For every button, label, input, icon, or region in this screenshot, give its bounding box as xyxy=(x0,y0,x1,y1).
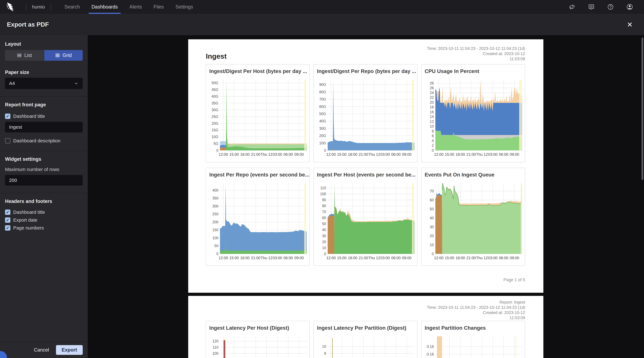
x-tick-label: 06:00 xyxy=(284,152,293,157)
chart-plot-area xyxy=(435,183,522,254)
layout-list-button[interactable]: List xyxy=(5,50,44,61)
v-gridline xyxy=(352,336,353,358)
dashboard-title-input[interactable] xyxy=(5,122,83,132)
x-tick-label: 09:00 xyxy=(294,256,304,260)
y-tick-label: 30 xyxy=(322,234,326,238)
y-tick-label: 9 xyxy=(324,351,326,355)
cancel-button[interactable]: Cancel xyxy=(34,347,49,353)
pdf-page-1: Time: 2023-10-11 11:04:23 - 2023-10-12 1… xyxy=(188,39,544,293)
chart-ingest-digest-per-repo: Ingest/Digest Per Repo (bytes per day ..… xyxy=(314,64,418,162)
time-highlight-band xyxy=(304,80,306,150)
y-tick-label: 110 xyxy=(320,186,326,190)
chart-body: 8910 xyxy=(316,336,414,358)
section-divider xyxy=(0,151,88,151)
crowdstrike-falcon-logo[interactable] xyxy=(6,2,17,12)
chart-bar xyxy=(224,340,225,358)
export-button[interactable]: Export xyxy=(56,345,83,355)
chart-x-axis: 12:0015:0018:0021:00Thu 1203:0006:0009:0… xyxy=(435,254,522,261)
y-tick-label: 80G xyxy=(319,90,326,94)
export-modal-header: Export as PDF ✕ xyxy=(0,14,644,35)
nav-tab-settings[interactable]: Settings xyxy=(176,0,193,14)
x-tick-label: 03:00 xyxy=(380,152,390,157)
y-tick-label: 150 xyxy=(212,228,218,232)
paper-size-select[interactable]: A4 xyxy=(5,78,83,89)
user-avatar-icon[interactable] xyxy=(626,3,633,11)
y-tick-label: 0 xyxy=(216,148,218,153)
x-tick-label: Thu 12 xyxy=(261,152,272,157)
modal-title: Export as PDF xyxy=(7,21,49,28)
chart-y-axis: 010203040506070 xyxy=(423,183,435,254)
chart-title: Ingest Partition Changes xyxy=(422,321,525,331)
checkbox-checked-icon[interactable]: ✓ xyxy=(5,209,10,215)
chart-body: 0246810121416182022242628 xyxy=(423,80,522,150)
y-tick-label: 90G xyxy=(319,83,326,87)
chart-y-axis: 050100150200250300350400 xyxy=(208,183,220,254)
chart-title: CPU Usage In Percent xyxy=(422,65,525,74)
chart-plot-area xyxy=(435,80,522,150)
time-highlight-band xyxy=(521,183,522,254)
report-title: Ingest xyxy=(206,52,227,60)
y-tick-label: 40 xyxy=(322,228,326,232)
y-tick-label: 30G xyxy=(319,126,326,131)
chart-body: 0102030405060708090100110 xyxy=(316,183,414,254)
preview-scrollbar-thumb[interactable] xyxy=(642,38,643,180)
x-tick-label: 15:00 xyxy=(445,256,454,260)
y-tick-label: 40G xyxy=(212,94,218,99)
y-tick-label: 18 xyxy=(430,105,434,109)
chart-y-axis: 010G20G30G40G50G60G70G80G90G xyxy=(316,80,328,150)
help-icon[interactable] xyxy=(607,3,614,11)
chart-body: 050100150200250300350400 xyxy=(208,183,306,254)
hf-dashboard-title-label: Dashboard title xyxy=(13,209,45,215)
time-highlight-band xyxy=(412,183,414,254)
x-tick-label: 09:00 xyxy=(294,152,304,157)
pdf-preview-area[interactable]: Time: 2023-10-11 11:04:23 - 2023-10-12 1… xyxy=(88,35,644,358)
y-tick-label: 10G xyxy=(212,135,218,139)
checkbox-checked-icon[interactable]: ✓ xyxy=(5,114,10,119)
checkbox-checked-icon[interactable]: ✓ xyxy=(5,217,10,223)
y-tick-label: 20G xyxy=(319,134,326,138)
chart-body: 0.140.160.18 xyxy=(423,336,522,358)
checkbox-unchecked-icon[interactable] xyxy=(5,138,10,143)
y-tick-label: 16 xyxy=(430,110,434,114)
chart-title: Ingest Per Host (events per second be... xyxy=(314,168,417,178)
nav-tab-search[interactable]: Search xyxy=(64,0,80,14)
y-tick-label: 10 xyxy=(430,243,434,247)
nav-tab-files[interactable]: Files xyxy=(154,0,164,14)
close-icon[interactable]: ✕ xyxy=(622,21,637,29)
max-rows-input[interactable] xyxy=(5,175,83,186)
page-numbers-checkbox-row[interactable]: ✓ Page numbers xyxy=(5,225,83,231)
nav-tab-alerts[interactable]: Alerts xyxy=(130,0,142,14)
chart-plot-area xyxy=(220,80,306,150)
y-tick-label: 100 xyxy=(212,351,218,356)
x-tick-label: 18:00 xyxy=(240,256,250,260)
y-tick-label: 110 xyxy=(212,345,218,349)
y-tick-label: 80 xyxy=(322,204,326,208)
front-page-dashboard-title-checkbox-row[interactable]: ✓ Dashboard title xyxy=(5,114,83,119)
chart-plot-area xyxy=(328,336,414,358)
hf-dashboard-title-checkbox-row[interactable]: ✓ Dashboard title xyxy=(5,209,83,215)
y-tick-label: 10 xyxy=(430,124,434,129)
section-divider xyxy=(0,96,88,97)
time-highlight-band xyxy=(304,183,306,254)
y-tick-label: 10 xyxy=(322,344,326,349)
y-tick-label: 0 xyxy=(432,148,434,153)
chart-plot-area xyxy=(220,183,306,254)
dashboard-description-checkbox-row[interactable]: Dashboard description xyxy=(5,138,83,143)
export-date-checkbox-row[interactable]: ✓ Export date xyxy=(5,217,83,223)
nav-tab-dashboards[interactable]: Dashboards xyxy=(92,0,118,14)
feedback-chat-icon[interactable] xyxy=(588,3,595,11)
y-tick-label: 15G xyxy=(212,128,218,132)
brand-name[interactable]: humio xyxy=(32,4,45,10)
y-tick-label: 30G xyxy=(212,108,218,112)
meta-time-range: Time: 2023-10-11 11:04:23 - 2023-10-12 1… xyxy=(427,46,525,51)
meta-created-time: 11:03:09 xyxy=(427,56,525,62)
announcements-megaphone-icon[interactable] xyxy=(568,3,576,11)
meta-created-at: Created at: 2023-10-12 xyxy=(427,51,525,56)
x-tick-label: 06:00 xyxy=(391,256,400,260)
h-gridline xyxy=(220,353,306,353)
chart-title: Ingest Latency Per Partition (Digest) xyxy=(314,321,417,331)
layout-grid-button[interactable]: Grid xyxy=(44,50,83,61)
y-tick-label: 50 xyxy=(430,207,434,211)
v-gridline xyxy=(234,336,234,358)
checkbox-checked-icon[interactable]: ✓ xyxy=(5,225,10,231)
